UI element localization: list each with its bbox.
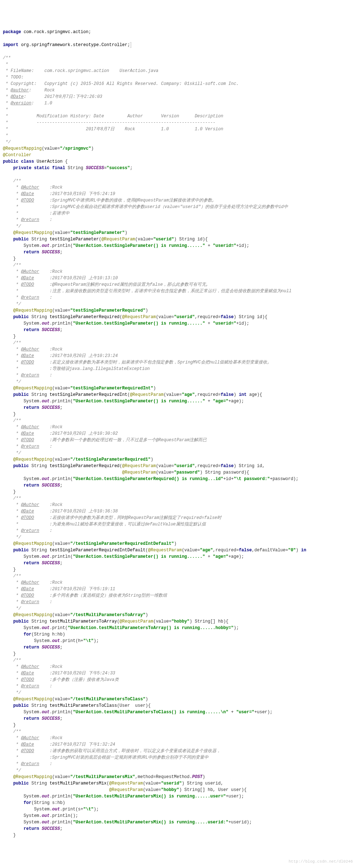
code-viewer: package com.rock.springmvc.action; impor… bbox=[3, 29, 357, 838]
watermark: http://blog.csdn.net/dl0246 bbox=[289, 859, 353, 865]
